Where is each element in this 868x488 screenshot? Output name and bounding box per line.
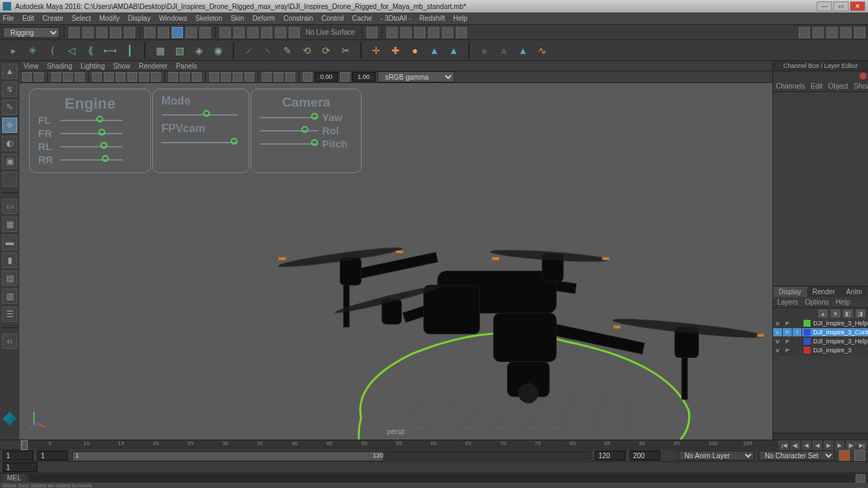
undo-icon[interactable]: [110, 27, 121, 38]
vp-gamma-input[interactable]: [352, 72, 375, 82]
layer-color-swatch[interactable]: [804, 320, 811, 327]
autokey-icon[interactable]: [839, 450, 850, 461]
menu-create[interactable]: Create: [42, 15, 63, 22]
maximize-button[interactable]: ▭: [833, 1, 849, 11]
hik-retarget-icon[interactable]: ▲: [515, 43, 531, 58]
layout-four-icon[interactable]: ▦: [2, 217, 17, 232]
ik-handle-icon[interactable]: ⟨: [44, 43, 60, 58]
sel-face-icon[interactable]: [172, 27, 183, 38]
wrap-icon[interactable]: ◉: [211, 43, 226, 58]
save-icon[interactable]: [96, 27, 107, 38]
layer-menu-layers[interactable]: Layers: [777, 298, 798, 306]
menu-skin[interactable]: Skin: [231, 15, 244, 22]
vp-wireframe-icon[interactable]: [104, 72, 114, 82]
scale-tool-icon[interactable]: ▣: [2, 154, 17, 169]
menu-edit[interactable]: Edit: [22, 15, 34, 22]
rotate-tool-icon[interactable]: ◐: [2, 136, 17, 151]
layer-tab-display[interactable]: Display: [773, 287, 807, 297]
layer-type-toggle[interactable]: [792, 337, 802, 346]
cb-tab-show[interactable]: Show: [853, 82, 868, 90]
vp-xray-j-icon[interactable]: [192, 72, 202, 82]
constraint-parent-icon[interactable]: ▲: [427, 43, 442, 58]
collapse-icon[interactable]: ‹‹: [2, 334, 17, 349]
range-start-in[interactable]: [37, 451, 68, 460]
render-settings-icon[interactable]: [414, 27, 425, 38]
layer-move-up-icon[interactable]: ▲: [818, 309, 828, 318]
vp-menu-renderer[interactable]: Renderer: [139, 62, 168, 70]
sel-obj-icon[interactable]: [186, 27, 197, 38]
rigid-bind-icon[interactable]: ⟍: [260, 43, 276, 58]
vp-film-icon[interactable]: [51, 72, 61, 82]
viewport[interactable]: Engine FL FR RL RR Mode FPVcam Camera Ya…: [19, 83, 772, 440]
play-next-key-icon[interactable]: |▶: [846, 440, 856, 450]
paint-weights-icon[interactable]: ✎: [280, 43, 295, 58]
layer-scrollbar[interactable]: [773, 433, 868, 440]
layout-two-h-icon[interactable]: ▬: [2, 235, 17, 250]
menu-help[interactable]: Help: [453, 15, 468, 22]
vp-gamma-v-icon[interactable]: [340, 72, 350, 82]
current-frame-input[interactable]: [3, 462, 37, 472]
layer-tab-anim[interactable]: Anim: [841, 287, 868, 297]
layer-type-toggle[interactable]: [792, 346, 802, 355]
layer-vis-toggle[interactable]: V: [773, 337, 783, 346]
range-end-in[interactable]: [595, 451, 626, 460]
vp-gamma-icon[interactable]: [274, 72, 283, 82]
vp-menu-view[interactable]: View: [24, 62, 39, 70]
layer-vis-toggle[interactable]: V: [773, 319, 783, 328]
mirror-weights-icon[interactable]: ⟲: [299, 43, 315, 58]
vp-view-t-icon[interactable]: [285, 72, 295, 82]
redo-icon[interactable]: [124, 27, 135, 38]
menu-skeleton[interactable]: Skeleton: [195, 15, 222, 22]
layer-row[interactable]: VPDJI_inspire_3_Helpers_: [773, 337, 868, 346]
outliner-icon[interactable]: ☰: [2, 307, 17, 322]
layer-new-empty-icon[interactable]: ◧: [843, 309, 853, 318]
layer-row[interactable]: VPTDJI_inspire_3_Controls: [773, 328, 868, 337]
workspace-dropdown[interactable]: Rigging: [3, 27, 60, 38]
vp-menu-panels[interactable]: Panels: [176, 62, 197, 70]
hik-icon[interactable]: ⟐: [477, 43, 492, 58]
menu-windows[interactable]: Windows: [159, 15, 187, 22]
hik-bake-icon[interactable]: ∿: [535, 43, 550, 58]
insert-joint-icon[interactable]: ⟪: [83, 43, 98, 58]
constraint-scale-icon[interactable]: ▲: [446, 43, 461, 58]
lasso-tool-icon[interactable]: ↯: [2, 82, 17, 97]
new-icon[interactable]: [69, 27, 80, 38]
render-view-icon[interactable]: [442, 27, 453, 38]
vp-colorspace-dropdown[interactable]: sRGB gamma: [378, 71, 454, 82]
vp-motion-icon[interactable]: [221, 72, 231, 82]
vp-exposure-input[interactable]: [315, 72, 338, 82]
menu-modify[interactable]: Modify: [99, 15, 119, 22]
sel-edge-icon[interactable]: [158, 27, 169, 38]
script-editor-icon[interactable]: [856, 474, 865, 482]
vp-gate-icon[interactable]: [63, 72, 73, 82]
range-bar[interactable]: 1 120: [72, 451, 591, 460]
layer-color-swatch[interactable]: [804, 338, 811, 345]
panel-layout-d-icon[interactable]: [840, 27, 851, 38]
vp-lights-icon[interactable]: [139, 72, 149, 82]
layer-menu-options[interactable]: Options: [805, 298, 829, 306]
command-input[interactable]: [28, 474, 856, 482]
layer-tab-render[interactable]: Render: [807, 287, 841, 297]
menu-dtoall[interactable]: - 3DtoAll -: [380, 15, 411, 22]
render-icon[interactable]: [387, 27, 398, 38]
panel-layout-e-icon[interactable]: [854, 27, 865, 38]
vp-isolate-icon[interactable]: [168, 72, 178, 82]
orient-joint-icon[interactable]: ┃: [122, 43, 137, 58]
shelf-tab-icon[interactable]: ▸: [6, 43, 21, 58]
anim-layer-dropdown[interactable]: No Anim Layer: [678, 451, 754, 460]
close-button[interactable]: ✕: [850, 1, 865, 11]
cmd-lang-label[interactable]: MEL: [3, 474, 26, 482]
vp-aa-icon[interactable]: [233, 72, 242, 82]
constraint-point-icon[interactable]: ✛: [369, 43, 384, 58]
sel-uv-icon[interactable]: [200, 27, 211, 38]
layout-single-icon[interactable]: ▭: [2, 199, 17, 214]
menu-control[interactable]: Control: [321, 15, 344, 22]
vp-safe-icon[interactable]: [75, 72, 85, 82]
move-tool-icon[interactable]: ✥: [2, 118, 17, 133]
play-prev-icon[interactable]: ◀: [801, 440, 811, 450]
play-fwd-icon[interactable]: ▶: [824, 440, 833, 450]
cb-close-icon[interactable]: [860, 73, 867, 80]
layer-move-down-icon[interactable]: ▼: [831, 309, 840, 318]
layer-playback-toggle[interactable]: P: [783, 337, 792, 346]
panel-layout-b-icon[interactable]: [813, 27, 824, 38]
